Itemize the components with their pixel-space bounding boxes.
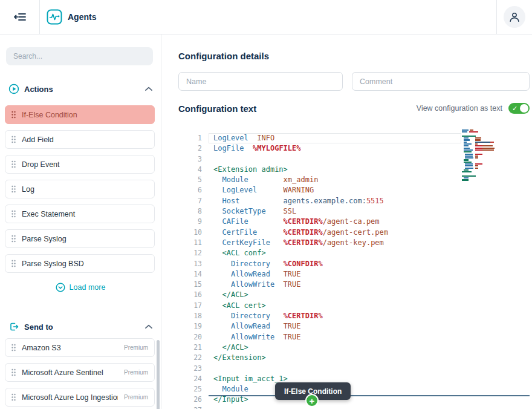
editor-minimap[interactable] (462, 129, 503, 183)
line-number: 24 (181, 374, 202, 384)
search-input[interactable] (6, 47, 153, 65)
check-icon: ✓ (512, 103, 517, 113)
editor-line[interactable]: 10 CertFile %CERTDIR%/agent-cert.pem (181, 227, 530, 238)
comment-input[interactable] (352, 72, 530, 91)
code-text: </Input> (202, 394, 248, 405)
drag-handle-icon[interactable] (11, 393, 16, 401)
sidebar-item-drop-event[interactable]: Drop Event (5, 155, 155, 174)
line-number: 12 (181, 248, 202, 258)
user-menu-button[interactable] (504, 6, 525, 28)
code-text: </ACL> (202, 290, 248, 300)
editor-line[interactable]: 19 AllowRead TRUE (181, 321, 530, 332)
line-number: 21 (181, 342, 202, 353)
sidebar-item-label: Microsoft Azure Log Ingestion (22, 393, 118, 402)
chevron-up-icon (145, 324, 152, 329)
editor-line[interactable]: 27 (181, 405, 530, 409)
editor-line[interactable]: 6 LogLevel WARNING (181, 185, 530, 195)
sidebar-item-parse-syslog-bsd[interactable]: Parse Syslog BSD (5, 254, 155, 273)
line-number: 18 (181, 311, 202, 321)
sidebar-item-parse-syslog[interactable]: Parse Syslog (5, 229, 155, 248)
actions-item-list: If-Else ConditionAdd FieldDrop EventLogE… (0, 105, 161, 273)
sidebar-item-label: Amazon S3 (22, 344, 118, 352)
sidebar-item-log[interactable]: Log (5, 180, 155, 198)
editor-line[interactable]: 7 Host agents.example.com:5515 (181, 196, 530, 206)
collapse-menu-icon (13, 10, 27, 24)
sidebar-item-if-else-condition[interactable]: If-Else Condition (5, 105, 155, 124)
line-number: 26 (181, 394, 202, 405)
drag-handle-icon[interactable] (11, 185, 16, 193)
line-number: 17 (181, 301, 202, 311)
editor-line[interactable]: 16 </ACL> (181, 290, 530, 300)
code-text: CertFile %CERTDIR%/agent-cert.pem (202, 227, 388, 238)
line-number: 8 (181, 206, 202, 217)
line-number: 15 (181, 280, 202, 290)
view-as-text-toggle[interactable]: ✓ (508, 103, 530, 114)
code-text: Directory %CERTDIR% (202, 311, 323, 321)
sidebar-item-exec-statement[interactable]: Exec Statement (5, 204, 155, 223)
code-text: AllowRead TRUE (202, 269, 301, 280)
actions-section-label: Actions (24, 85, 140, 94)
editor-line[interactable]: 9 CAFile %CERTDIR%/agent-ca.pem (181, 217, 530, 227)
sidebar-toggle-button[interactable] (0, 0, 40, 34)
sidebar-item-add-field[interactable]: Add Field (5, 130, 155, 149)
top-header: Agents (0, 0, 532, 34)
person-icon (508, 10, 521, 24)
code-text: LogLevel INFO (202, 133, 274, 143)
send-to-section: Send to Amazon S3PremiumMicrosoft Azure … (0, 321, 161, 407)
code-text: Module xm_admin (202, 175, 318, 185)
editor-line[interactable]: 22</Extension> (181, 353, 530, 363)
add-icon: + (305, 394, 319, 407)
drag-handle-icon[interactable] (11, 260, 16, 267)
editor-line[interactable]: 26</Input> (181, 394, 530, 405)
line-number: 20 (181, 332, 202, 342)
drag-handle-icon[interactable] (11, 160, 16, 168)
sidebar-item-label: Log (22, 185, 148, 194)
sidebar-item-microsoft-azure-sentinel[interactable]: Microsoft Azure SentinelPremium (5, 363, 155, 382)
config-editor[interactable]: 1LogLevel INFO2LogFile %MYLOGFILE%34<Ext… (181, 127, 530, 409)
sidebar-scrollbar[interactable] (157, 340, 160, 409)
editor-line[interactable]: 20 AllowWrite TRUE (181, 332, 530, 342)
editor-line[interactable]: 25 Module (181, 384, 530, 394)
name-input[interactable] (178, 72, 343, 91)
code-text: <Extension admin> (202, 165, 288, 175)
line-number: 1 (181, 133, 202, 143)
drag-handle-icon[interactable] (11, 111, 16, 119)
editor-line[interactable]: 17 <ACL cert> (181, 301, 530, 311)
drag-handle-icon[interactable] (11, 344, 16, 352)
sidebar-item-microsoft-azure-log-ingestion[interactable]: Microsoft Azure Log IngestionPremium (5, 388, 155, 407)
actions-section: Actions If-Else ConditionAdd FieldDrop E… (0, 83, 161, 292)
drag-handle-icon[interactable] (11, 368, 16, 376)
configuration-text-row: Configuration text View configuration as… (178, 103, 530, 114)
configuration-text-heading: Configuration text (178, 103, 417, 114)
editor-line[interactable]: 14 AllowRead TRUE (181, 269, 530, 280)
send-icon (8, 321, 19, 332)
sidebar-item-amazon-s3[interactable]: Amazon S3Premium (5, 338, 155, 357)
line-number: 25 (181, 384, 202, 394)
editor-line[interactable]: 24<Input im_acct_1> (181, 374, 530, 384)
load-more-button[interactable]: Load more (56, 283, 106, 292)
editor-line[interactable]: 21 </ACL> (181, 342, 530, 353)
drag-handle-icon[interactable] (11, 235, 16, 243)
sidebar-item-label: Microsoft Azure Sentinel (22, 368, 118, 377)
header-user-area (496, 0, 532, 34)
editor-line[interactable]: 11 CertKeyFile %CERTDIR%/agent-key.pem (181, 238, 530, 248)
editor-line[interactable]: 12 <ACL conf> (181, 248, 530, 258)
actions-section-header[interactable]: Actions (8, 83, 152, 94)
agents-logo-icon (47, 9, 62, 25)
code-text: AllowWrite TRUE (202, 280, 301, 290)
drag-handle-icon[interactable] (11, 136, 16, 143)
editor-line[interactable]: 13 Directory %CONFDIR% (181, 259, 530, 269)
drop-indicator-line (209, 395, 530, 396)
editor-line[interactable]: 15 AllowWrite TRUE (181, 280, 530, 290)
code-text: </ACL> (202, 342, 248, 353)
send-to-section-header[interactable]: Send to (8, 321, 152, 332)
editor-line[interactable]: 23 (181, 364, 530, 374)
code-text: LogFile %MYLOGFILE% (202, 143, 301, 154)
code-text: </Extension> (202, 353, 266, 363)
editor-line[interactable]: 8 SocketType SSL (181, 206, 530, 217)
code-text (202, 364, 213, 374)
drag-handle-icon[interactable] (11, 210, 16, 218)
editor-line[interactable]: 18 Directory %CERTDIR% (181, 311, 530, 321)
minimap-line (462, 182, 503, 183)
line-number: 27 (181, 405, 202, 409)
